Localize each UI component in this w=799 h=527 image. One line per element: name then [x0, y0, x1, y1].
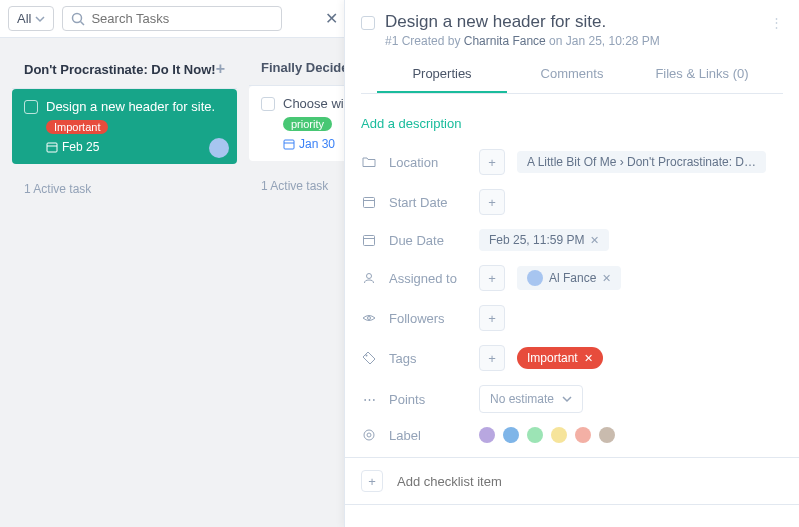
- location-breadcrumb[interactable]: A Little Bit Of Me › Don't Procrastinate…: [517, 151, 766, 173]
- points-label: Points: [389, 392, 467, 407]
- search-input[interactable]: [91, 11, 273, 26]
- assigned-label: Assigned to: [389, 271, 467, 286]
- search-box[interactable]: [62, 6, 282, 31]
- eye-icon: [361, 311, 377, 325]
- column-header: Don't Procrastinate: Do It Now! +: [12, 50, 237, 89]
- add-description-link[interactable]: Add a description: [361, 116, 783, 131]
- followers-label: Followers: [389, 311, 467, 326]
- filter-label: All: [17, 11, 31, 26]
- label-icon: [361, 428, 377, 442]
- tab-files[interactable]: Files & Links (0): [637, 56, 767, 93]
- task-detail-panel: ✕ Design a new header for site. ⋮ #1 Cre…: [344, 0, 799, 527]
- task-date: Jan 30: [299, 137, 335, 151]
- column-title: Don't Procrastinate: Do It Now!: [24, 62, 216, 77]
- calendar-icon: [361, 195, 377, 209]
- calendar-icon: [46, 141, 58, 153]
- more-menu-button[interactable]: ⋮: [770, 15, 783, 30]
- tag-icon: [361, 351, 377, 365]
- svg-point-14: [367, 433, 371, 437]
- close-panel-button[interactable]: ✕: [321, 8, 341, 28]
- column-dont-procrastinate: Don't Procrastinate: Do It Now! + Design…: [12, 50, 237, 206]
- label-color-dot[interactable]: [479, 427, 495, 443]
- svg-rect-2: [47, 143, 57, 152]
- svg-rect-4: [284, 140, 294, 149]
- assignee-avatar: [209, 138, 229, 158]
- task-date: Feb 25: [62, 140, 99, 154]
- tab-comments[interactable]: Comments: [507, 56, 637, 93]
- svg-point-13: [364, 430, 374, 440]
- calendar-icon: [361, 233, 377, 247]
- due-date-label: Due Date: [389, 233, 467, 248]
- svg-rect-6: [364, 198, 375, 208]
- user-icon: [361, 271, 377, 285]
- due-date-value[interactable]: Feb 25, 11:59 PM✕: [479, 229, 609, 251]
- checklist-input[interactable]: [397, 474, 783, 489]
- label-color-dot[interactable]: [551, 427, 567, 443]
- add-tag-button[interactable]: +: [479, 345, 505, 371]
- add-assignee-button[interactable]: +: [479, 265, 505, 291]
- column-footer: 1 Active task: [12, 172, 237, 206]
- search-icon: [71, 12, 85, 26]
- task-tag: Important: [46, 120, 108, 134]
- panel-title[interactable]: Design a new header for site.: [385, 12, 760, 32]
- points-select[interactable]: No estimate: [479, 385, 583, 413]
- tags-label: Tags: [389, 351, 467, 366]
- task-card[interactable]: Design a new header for site. Important …: [12, 89, 237, 164]
- panel-meta: #1 Created by Charnita Fance on Jan 25, …: [361, 34, 783, 48]
- assignee-avatar: [527, 270, 543, 286]
- task-checkbox[interactable]: [261, 97, 275, 111]
- label-color-dot[interactable]: [503, 427, 519, 443]
- task-checkbox[interactable]: [361, 16, 375, 30]
- svg-point-12: [366, 355, 368, 357]
- start-date-label: Start Date: [389, 195, 467, 210]
- chevron-down-icon: [35, 14, 45, 24]
- add-task-button[interactable]: +: [216, 60, 225, 78]
- folder-icon: [361, 155, 377, 169]
- label-color-dot[interactable]: [527, 427, 543, 443]
- svg-point-0: [73, 13, 82, 22]
- points-icon: ⋯: [361, 392, 377, 407]
- add-checklist-button[interactable]: +: [361, 470, 383, 492]
- label-color-dot[interactable]: [575, 427, 591, 443]
- task-checkbox[interactable]: [24, 100, 38, 114]
- remove-tag[interactable]: ✕: [584, 352, 593, 365]
- task-title: Design a new header for site.: [46, 99, 215, 114]
- remove-assignee[interactable]: ✕: [602, 272, 611, 285]
- tag-pill[interactable]: Important✕: [517, 347, 603, 369]
- label-color-picker: [479, 427, 615, 443]
- svg-rect-8: [364, 236, 375, 246]
- calendar-icon: [283, 138, 295, 150]
- svg-point-11: [368, 317, 371, 320]
- clear-due-date[interactable]: ✕: [590, 234, 599, 247]
- task-tag: priority: [283, 117, 332, 131]
- location-label: Location: [389, 155, 467, 170]
- chevron-down-icon: [562, 394, 572, 404]
- svg-line-1: [81, 21, 85, 25]
- label-color-dot[interactable]: [599, 427, 615, 443]
- filter-dropdown[interactable]: All: [8, 6, 54, 31]
- tab-properties[interactable]: Properties: [377, 56, 507, 93]
- svg-point-10: [367, 274, 372, 279]
- add-location-button[interactable]: +: [479, 149, 505, 175]
- label-label: Label: [389, 428, 467, 443]
- assignee-pill[interactable]: Al Fance✕: [517, 266, 621, 290]
- add-follower-button[interactable]: +: [479, 305, 505, 331]
- add-start-date-button[interactable]: +: [479, 189, 505, 215]
